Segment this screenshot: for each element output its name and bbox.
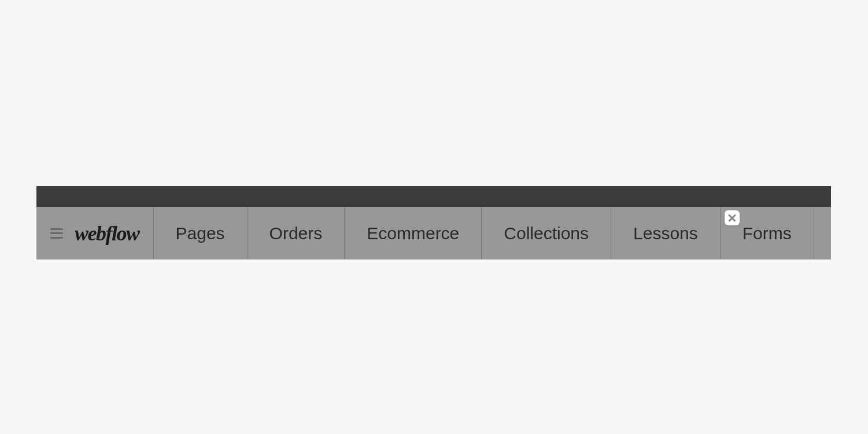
close-icon [728, 214, 736, 222]
nav-label: Collections [504, 224, 589, 243]
nav-label: Ecommerce [367, 224, 459, 243]
hamburger-menu-icon[interactable] [50, 228, 63, 239]
nav-item-orders[interactable]: Orders [248, 207, 345, 259]
nav-item-ecommerce[interactable]: Ecommerce [345, 207, 482, 259]
nav-item-collections[interactable]: Collections [482, 207, 611, 259]
webflow-logo[interactable]: webflow [75, 221, 139, 246]
editor-panel: webflow Pages Orders Ecommerce Collectio… [36, 186, 831, 259]
top-dark-bar [36, 186, 831, 207]
logo-section: webflow [36, 207, 154, 259]
nav-item-lessons[interactable]: Lessons [611, 207, 721, 259]
navigation-bar: webflow Pages Orders Ecommerce Collectio… [36, 207, 831, 259]
nav-item-pages[interactable]: Pages [154, 207, 248, 259]
nav-label: Orders [269, 224, 323, 243]
nav-label: Forms [743, 224, 792, 243]
close-button[interactable] [725, 210, 740, 225]
nav-label: Pages [176, 224, 225, 243]
nav-label: Lessons [633, 224, 698, 243]
